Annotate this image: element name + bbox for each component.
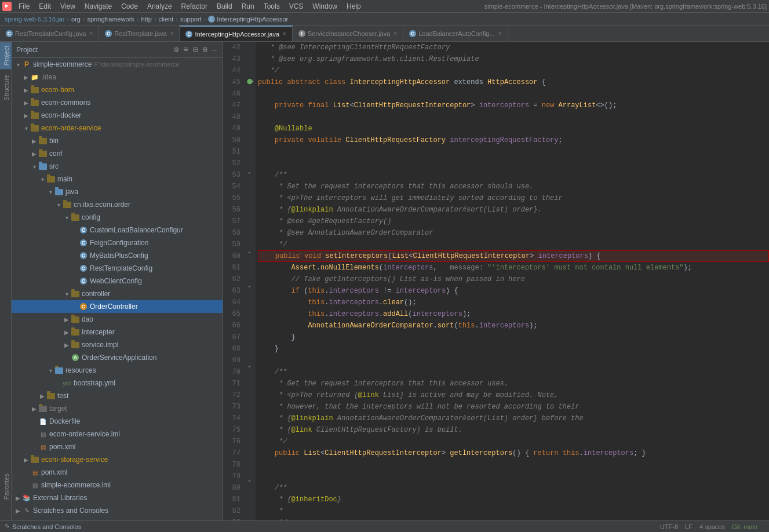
tree-dao[interactable]: ▶ dao — [12, 313, 223, 326]
tree-bin[interactable]: ▶ bin — [12, 134, 223, 147]
menu-tools[interactable]: Tools — [259, 1, 285, 12]
code-line-69 — [258, 355, 769, 366]
menu-vcs[interactable]: VCS — [285, 1, 308, 12]
fold-btn-60[interactable]: ▸ — [248, 249, 251, 256]
code-line-75: * {@link ClientHttpRequestFactory} is bu… — [258, 424, 769, 436]
sidebar-expand-icon[interactable]: ≡ — [182, 45, 189, 54]
breadcrumb-part[interactable]: support — [180, 16, 202, 23]
menu-view[interactable]: View — [56, 1, 80, 12]
fold-btn-53[interactable]: ▸ — [248, 170, 251, 176]
menu-help[interactable]: Help — [342, 1, 366, 12]
sidebar-gear-icon[interactable]: ⊞ — [201, 45, 208, 54]
sidebar-close-icon[interactable]: — — [211, 45, 218, 54]
code-line-65: this.interceptors.addAll(interceptors); — [258, 308, 769, 320]
tabbar: C RestTemplateConfig.java × C RestTempla… — [0, 25, 769, 42]
tree-ecom-order-service[interactable]: ▾ ecom-order-service — [12, 122, 223, 134]
tree-src[interactable]: ▾ src — [12, 160, 223, 173]
tree-scratches-consoles[interactable]: ▶ ✎ Scratches and Consoles — [12, 504, 223, 517]
status-git[interactable]: Git: main — [732, 523, 757, 530]
tree-ecom-order-iml[interactable]: ▶ ▤ ecom-order-service.iml — [12, 428, 223, 440]
tab-resttemplate-config[interactable]: C RestTemplateConfig.java × — [0, 25, 99, 41]
tree-target[interactable]: ▶ target — [12, 402, 223, 415]
tree-package[interactable]: ▾ cn.itxs.ecom.order — [12, 198, 223, 211]
favorites-panel-label[interactable]: Favorites — [0, 470, 12, 503]
tree-feign-config[interactable]: ▶ C FeignConfiguration — [12, 236, 223, 249]
sidebar-settings-icon[interactable]: ⚙ — [173, 45, 180, 54]
tree-ecom-bom[interactable]: ▶ ecom-bom — [12, 83, 223, 96]
code-editor[interactable]: 4243444546 4748495051 5253545556 5758596… — [223, 42, 769, 520]
tree-resources[interactable]: ▾ resources — [12, 364, 223, 377]
tree-custom-lb-config[interactable]: ▶ C CustomLoadBalancerConfigur — [12, 224, 223, 236]
tree-root-pom[interactable]: ▶ ▤ pom.xml — [12, 466, 223, 479]
tree-config[interactable]: ▾ config — [12, 211, 223, 224]
sidebar-title: Project — [16, 46, 170, 54]
tab-resttemplate[interactable]: C RestTemplate.java × — [99, 25, 180, 41]
tree-root[interactable]: ▾ P simple-ecommerce F:\develop\simple-e… — [12, 58, 223, 71]
code-line-60: public void setInterceptors(List<ClientH… — [258, 250, 769, 262]
code-line-81: * {@inheritDoc} — [258, 494, 769, 505]
fold-btn-63[interactable]: ▸ — [248, 283, 251, 290]
tree-resttemplate-config[interactable]: ▶ C RestTemplateConfig — [12, 262, 223, 275]
code-line-72: * <p>The returned {@link List} is active… — [258, 389, 769, 401]
breadcrumb-part[interactable]: springframework — [88, 16, 134, 23]
breadcrumb-current: C InterceptingHttpAccessor — [208, 15, 288, 23]
code-line-47: private final List<ClientHttpRequestInte… — [258, 100, 769, 111]
menu-file[interactable]: File — [14, 1, 34, 12]
tree-conf[interactable]: ▶ conf — [12, 147, 223, 160]
tree-dockerfile[interactable]: ▶ 📄 Dockerfile — [12, 415, 223, 428]
tab-loadbalancer-autoconfig[interactable]: C LoadBalancerAutoConfig... × — [403, 25, 508, 41]
code-line-71: * Get the request interceptors that this… — [258, 378, 769, 389]
code-line-52 — [258, 158, 769, 169]
code-gutter: ⬤ ▸ ▸ ▸ — [244, 42, 256, 520]
code-line-49: @Nullable — [258, 123, 769, 134]
tree-java[interactable]: ▾ java — [12, 185, 223, 198]
tree-simple-ecommerce-iml[interactable]: ▶ ▤ simple-ecommerce.iml — [12, 479, 223, 491]
status-indent[interactable]: 4 spaces — [699, 523, 725, 530]
fold-btn-70[interactable]: ▸ — [248, 363, 251, 370]
tab-service-instance-chooser[interactable]: I ServiceInstanceChooser.java × — [293, 25, 403, 41]
code-content[interactable]: * @see InterceptingClientHttpRequestFact… — [256, 42, 769, 520]
tree-ecom-storage-service[interactable]: ▶ ecom-storage-service — [12, 453, 223, 466]
tree-intercepter[interactable]: ▶ intercepter — [12, 326, 223, 338]
scratches-label[interactable]: Scratches and Consoles — [12, 523, 81, 530]
breadcrumb-part[interactable]: http — [141, 16, 152, 23]
fold-btn-80[interactable]: ▸ — [248, 478, 251, 484]
menu-edit[interactable]: Edit — [34, 1, 56, 12]
sidebar-header: Project ⚙ ≡ ⊟ ⊞ — — [12, 42, 223, 58]
tab-intercepting-accessor[interactable]: C InterceptingHttpAccessor.java × — [180, 25, 292, 41]
menu-refactor[interactable]: Refactor — [177, 1, 212, 12]
tree-bootstrap-yml[interactable]: ▶ yml bootstrap.yml — [12, 377, 223, 389]
tree-idea[interactable]: ▶ 📁 .idea — [12, 71, 223, 83]
menubar: ▶ File Edit View Navigate Code Analyze R… — [0, 0, 769, 13]
code-line-46 — [258, 88, 769, 100]
tree-webclient-config[interactable]: ▶ C WebClientConfig — [12, 275, 223, 287]
tree-external-libraries[interactable]: ▶ 📚 External Libraries — [12, 491, 223, 504]
tree-mybatis-config[interactable]: ▶ C MyBatisPlusConfig — [12, 249, 223, 262]
tree-service-impl[interactable]: ▶ service.impl — [12, 338, 223, 351]
menu-window[interactable]: Window — [308, 1, 342, 12]
tree-pom-xml[interactable]: ▶ ▤ pom.xml — [12, 440, 223, 453]
breadcrumb-part[interactable]: org — [71, 16, 81, 23]
menu-build[interactable]: Build — [212, 1, 237, 12]
tree-test[interactable]: ▶ test — [12, 389, 223, 402]
sidebar-collapse-icon[interactable]: ⊟ — [192, 45, 199, 54]
status-encoding[interactable]: UTF-8 — [660, 523, 678, 530]
code-line-70: /** — [258, 366, 769, 378]
status-line-sep[interactable]: LF — [685, 523, 693, 530]
code-line-77: public List<ClientHttpRequestInterceptor… — [258, 447, 769, 459]
breadcrumb-part[interactable]: spring-web-5.3.16.jar — [5, 16, 64, 23]
tree-ecom-commons[interactable]: ▶ ecom-commons — [12, 96, 223, 109]
menu-run[interactable]: Run — [237, 1, 259, 12]
menu-navigate[interactable]: Navigate — [80, 1, 116, 12]
tree-order-controller[interactable]: ▶ C OrderController — [12, 300, 223, 313]
fold-btn-45[interactable]: ▸ — [252, 78, 254, 85]
breadcrumb-part[interactable]: client — [159, 16, 174, 23]
menu-code[interactable]: Code — [116, 1, 143, 12]
tree-controller[interactable]: ▾ controller — [12, 287, 223, 300]
tree-order-service-app[interactable]: ▶ A OrderServiceApplication — [12, 351, 223, 364]
menu-analyze[interactable]: Analyze — [143, 1, 177, 12]
project-panel-label[interactable]: Project — [0, 42, 12, 69]
tree-main[interactable]: ▾ main — [12, 173, 223, 185]
tree-ecom-docker[interactable]: ▶ ecom-docker — [12, 109, 223, 122]
structure-panel-label[interactable]: Structure — [0, 71, 12, 104]
